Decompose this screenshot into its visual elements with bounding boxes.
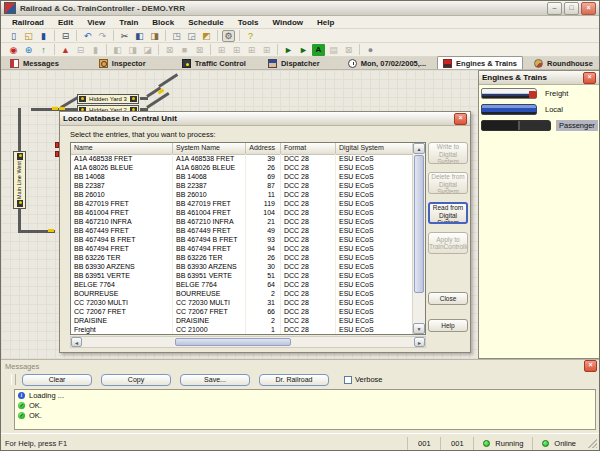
help-icon[interactable]: ? — [244, 30, 257, 42]
engines-panel-close-icon[interactable] — [583, 72, 596, 84]
dialog-title-bar[interactable]: Loco Database in Central Unit — [60, 112, 470, 126]
menu-view[interactable]: View — [80, 18, 112, 27]
table-row[interactable]: BOURREUSEBOURREUSE2DCC 28ESU ECoS — [71, 289, 412, 298]
scroll-right-icon[interactable] — [414, 337, 425, 347]
table-row[interactable]: BB 461004 FRETBB 461004 FRET104DCC 28ESU… — [71, 208, 412, 217]
dialog-close-icon[interactable] — [454, 113, 467, 125]
table-row[interactable]: CC 72067 FRETCC 72067 FRET66DCC 28ESU EC… — [71, 307, 412, 316]
shift-right-icon[interactable]: ⊞ — [230, 44, 243, 56]
arrange-up-icon[interactable]: ◳ — [170, 30, 183, 42]
tab-inspector[interactable]: Inspector — [94, 57, 151, 69]
table-row[interactable]: BB 63951 VERTEBB 63951 VERTE51DCC 28ESU … — [71, 271, 412, 280]
scroll-left-icon[interactable] — [71, 337, 82, 347]
vertical-scrollbar[interactable] — [412, 143, 425, 334]
menu-railroad[interactable]: Railroad — [5, 18, 51, 27]
close-button[interactable]: Close — [428, 292, 468, 305]
column-header[interactable]: Digital System — [336, 143, 412, 154]
table-row[interactable]: BB 63930 ARZENSBB 63930 ARZENS30DCC 28ES… — [71, 262, 412, 271]
table-row[interactable]: A1A 68026 BLEUEA1A 68026 BLEUE26DCC 28ES… — [71, 163, 412, 172]
apply-to-traincontroller-button[interactable]: Apply to TrainController — [428, 232, 468, 254]
help-button[interactable]: Help — [428, 319, 468, 332]
messages-clear-button[interactable]: Clear — [22, 374, 92, 386]
scroll-down-icon[interactable] — [413, 323, 425, 334]
messages-close-icon[interactable] — [584, 360, 597, 372]
paste-icon[interactable]: ◨ — [148, 30, 161, 42]
print-icon[interactable]: ⊟ — [59, 30, 72, 42]
table-row[interactable]: BB 14068BB 1406869DCC 28ESU ECoS — [71, 172, 412, 181]
close-window-icon[interactable] — [581, 2, 596, 15]
edit-mode-wrench-icon[interactable]: ⚙ — [222, 30, 235, 42]
messages-copy-button[interactable]: Copy — [101, 374, 171, 386]
shift-up-icon[interactable]: ⊞ — [245, 44, 258, 56]
restore-icon[interactable] — [564, 2, 579, 15]
write-to-digital-system-button[interactable]: Write to Digital System — [428, 142, 468, 164]
conductor-cap-icon[interactable]: ▲ — [59, 44, 72, 56]
messages-save-button[interactable]: Save... — [180, 374, 250, 386]
turntable-wheel-icon[interactable]: ⊛ — [22, 44, 35, 56]
column-header[interactable]: Name — [71, 143, 173, 154]
route-clear-icon[interactable]: ⊠ — [163, 44, 176, 56]
start-schedule-icon[interactable]: ► — [282, 44, 295, 56]
column-header[interactable]: System Name — [173, 143, 246, 154]
cut-icon[interactable]: ✂ — [118, 30, 131, 42]
horizontal-scrollbar[interactable] — [70, 336, 426, 348]
tab-engines[interactable]: Engines & Trains — [437, 56, 523, 69]
tab-roundhouse[interactable]: Roundhouse — [529, 57, 598, 69]
table-row[interactable]: BB 22387BB 2238787DCC 28ESU ECoS — [71, 181, 412, 190]
shift-left-icon[interactable]: ⊞ — [215, 44, 228, 56]
save-icon[interactable]: ▮ — [37, 30, 50, 42]
table-row[interactable]: BB 467494 FRETBB 467494 FRET94DCC 28ESU … — [71, 244, 412, 253]
engine-item-freight[interactable]: Freight — [479, 85, 599, 101]
engine-item-local[interactable]: Local — [479, 101, 599, 117]
menu-block[interactable]: Block — [145, 18, 181, 27]
scroll-up-icon[interactable] — [413, 143, 425, 154]
table-row[interactable]: BB 427019 FRETBB 427019 FRET119DCC 28ESU… — [71, 199, 412, 208]
autopilot-icon[interactable]: A — [312, 44, 325, 56]
horizontal-scrollbar-thumb[interactable] — [175, 338, 291, 346]
menu-train[interactable]: Train — [112, 18, 145, 27]
verbose-checkbox[interactable] — [344, 376, 352, 384]
open-folder-icon[interactable]: ◱ — [22, 30, 35, 42]
resize-grip[interactable] — [587, 438, 597, 448]
table-row[interactable]: BB 467210 INFRABB 467210 INFRA21DCC 28ES… — [71, 217, 412, 226]
block-main-line-west[interactable]: Main Line West — [13, 151, 26, 209]
table-row[interactable]: DRAISINEDRAISINE2DCC 28ESU ECoS — [71, 316, 412, 325]
redo-icon[interactable]: ↷ — [96, 30, 109, 42]
stop-all-icon[interactable]: ● — [364, 44, 377, 56]
delete-from-digital-system-button[interactable]: Delete from Digital System — [428, 172, 468, 194]
tab-clock[interactable]: Mon, 07/02/2005,... — [343, 57, 431, 69]
turnout-indicator[interactable] — [59, 107, 65, 110]
column-header[interactable]: Address — [246, 143, 281, 154]
messages-dr-railroad-button[interactable]: Dr. Railroad — [259, 374, 329, 386]
turnout-indicator[interactable] — [48, 229, 54, 232]
menu-edit[interactable]: Edit — [51, 18, 80, 27]
undo-icon[interactable]: ↶ — [81, 30, 94, 42]
table-row[interactable]: CC 72030 MULTICC 72030 MULTI31DCC 28ESU … — [71, 298, 412, 307]
table-row[interactable]: BB 26010BB 2601011DCC 28ESU ECoS — [71, 190, 412, 199]
copy-icon[interactable]: ◧ — [133, 30, 146, 42]
tab-traffic[interactable]: Traffic Control — [177, 57, 251, 69]
block-tool-2-icon[interactable]: ◨ — [126, 44, 139, 56]
table-row[interactable]: BB 63226 TERBB 63226 TER26DCC 28ESU ECoS — [71, 253, 412, 262]
new-file-icon[interactable]: ▯ — [7, 30, 20, 42]
power-on-icon[interactable]: ↑ — [37, 44, 50, 56]
read-from-digital-system-button[interactable]: Read from Digital System — [428, 202, 468, 224]
menu-window[interactable]: Window — [265, 18, 310, 27]
route-set-icon[interactable]: ■ — [178, 44, 191, 56]
table-row[interactable]: A1A 468538 FRETA1A 468538 FRET39DCC 28ES… — [71, 154, 412, 163]
minimize-icon[interactable] — [547, 2, 562, 15]
block-tool-1-icon[interactable]: ◧ — [111, 44, 124, 56]
menu-tools[interactable]: Tools — [231, 18, 266, 27]
arrange-down-icon[interactable]: ◲ — [185, 30, 198, 42]
print-log-icon[interactable]: ⊟ — [74, 44, 87, 56]
properties-icon[interactable]: ◩ — [200, 30, 213, 42]
tab-dispatcher[interactable]: Dispatcher — [263, 57, 325, 69]
engine-item-passenger[interactable]: Passenger — [479, 117, 599, 133]
pause-schedule-icon[interactable]: ▤ — [327, 44, 340, 56]
menu-help[interactable]: Help — [310, 18, 341, 27]
tab-messages[interactable]: Messages — [5, 57, 64, 69]
save-log-icon[interactable]: ▮ — [89, 44, 102, 56]
table-row[interactable]: BELGE 7764BELGE 776464DCC 28ESU ECoS — [71, 280, 412, 289]
block-tool-3-icon[interactable]: ◪ — [141, 44, 154, 56]
signal-icon[interactable]: ◉ — [7, 44, 20, 56]
